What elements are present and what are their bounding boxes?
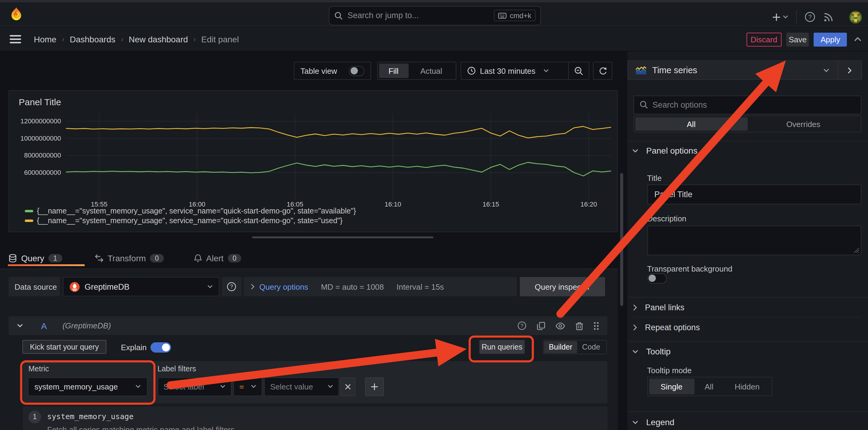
discard-button[interactable]: Discard xyxy=(746,32,781,46)
duplicate-query-icon[interactable] xyxy=(537,321,545,330)
legend-swatch-available xyxy=(25,210,33,212)
top-nav-bar: Search or jump to... cmd+k ? xyxy=(0,2,868,27)
chevron-down-icon xyxy=(544,69,549,73)
svg-text:?: ? xyxy=(230,284,233,290)
repeat-options-section[interactable]: Repeat options xyxy=(633,322,700,332)
fill-option[interactable]: Fill xyxy=(379,63,408,78)
edit-actions: Discard Save Apply xyxy=(746,32,862,46)
scrollbar-thumb[interactable] xyxy=(620,173,623,306)
kick-start-button[interactable]: Kick start your query xyxy=(22,340,106,354)
viz-picker[interactable]: Time series xyxy=(627,60,862,80)
news-rss-button[interactable] xyxy=(823,12,834,22)
add-button[interactable] xyxy=(772,12,788,22)
chevron-down-icon xyxy=(207,285,213,288)
code-option[interactable]: Code xyxy=(577,341,605,353)
nav-right-cluster: ? xyxy=(772,5,862,29)
plus-icon xyxy=(370,383,378,391)
legend-item-available[interactable]: {__name__="system_memory_usage", service… xyxy=(25,207,356,215)
query-editor-pane: Data source GreptimeDB ? Query options M… xyxy=(0,269,617,430)
search-icon xyxy=(639,101,648,109)
datasource-picker[interactable]: GreptimeDB xyxy=(63,277,219,296)
tooltip-section-header[interactable]: Tooltip xyxy=(632,347,671,356)
help-button[interactable]: ? xyxy=(805,11,815,22)
filter-tab-overrides[interactable]: Overrides xyxy=(747,117,859,131)
builder-code-switcher: Builder Code xyxy=(542,340,607,354)
time-range-picker[interactable]: Last 30 minutes xyxy=(461,62,568,79)
chevron-right-icon xyxy=(633,304,637,311)
pane-splitter-handle[interactable] xyxy=(252,236,433,238)
query-options-bar[interactable]: Query options MD = auto = 1008 Interval … xyxy=(244,277,517,296)
explain-step-badge: 1 xyxy=(28,410,41,423)
save-button[interactable]: Save xyxy=(786,32,809,46)
zoom-out-button[interactable] xyxy=(569,62,589,79)
svg-text:16:20: 16:20 xyxy=(580,200,597,208)
panel-options-header[interactable]: Panel options xyxy=(632,146,698,155)
query-options-link[interactable]: Query options xyxy=(259,282,308,291)
run-queries-button[interactable]: Run queries xyxy=(479,340,525,354)
explain-toggle[interactable] xyxy=(151,342,171,352)
query-options-md: MD = auto = 1008 xyxy=(321,282,384,291)
transform-icon xyxy=(95,254,103,262)
legend-section-header[interactable]: Legend xyxy=(632,417,674,427)
options-divider xyxy=(627,141,868,142)
breadcrumb-dashboards[interactable]: Dashboards xyxy=(70,34,116,44)
title-input[interactable]: Panel Title xyxy=(647,184,861,204)
operator-dropdown[interactable]: = xyxy=(233,377,262,396)
alert-tab[interactable]: Alert 0 xyxy=(194,249,241,267)
svg-text:?: ? xyxy=(521,323,523,329)
metric-value: system_memory_usage xyxy=(34,382,135,391)
transform-tab[interactable]: Transform 0 xyxy=(95,249,163,267)
metric-select[interactable]: system_memory_usage xyxy=(28,377,148,396)
svg-text:?: ? xyxy=(808,13,811,20)
query-inspector-button[interactable]: Query inspector xyxy=(520,277,605,296)
transparent-bg-toggle[interactable] xyxy=(647,274,666,283)
datasource-help-button[interactable]: ? xyxy=(222,277,242,296)
svg-text:16:15: 16:15 xyxy=(483,200,499,208)
select-label-dropdown[interactable]: Select label xyxy=(157,377,231,396)
toggle-knob xyxy=(350,67,358,75)
breadcrumb-new-dashboard[interactable]: New dashboard xyxy=(129,34,188,44)
query-row-actions: ? xyxy=(518,321,599,330)
breadcrumb-current: Edit panel xyxy=(201,34,239,44)
menu-toggle[interactable] xyxy=(10,35,21,44)
filter-tab-all[interactable]: All xyxy=(635,117,747,131)
breadcrumb-home[interactable]: Home xyxy=(34,34,57,44)
global-search-input[interactable]: Search or jump to... cmd+k xyxy=(329,6,541,25)
options-divider xyxy=(627,341,868,341)
tooltip-mode-single[interactable]: Single xyxy=(649,379,694,394)
tooltip-mode-label: Tooltip mode xyxy=(647,366,691,375)
tooltip-mode-all[interactable]: All xyxy=(694,379,724,394)
tooltip-mode-hidden[interactable]: Hidden xyxy=(724,379,770,394)
collapse-options-button[interactable] xyxy=(838,67,861,74)
panel-links-label: Panel links xyxy=(645,303,685,312)
hide-query-icon[interactable] xyxy=(556,322,565,329)
fill-actual-switcher: Fill Actual xyxy=(377,62,456,80)
builder-option[interactable]: Builder xyxy=(544,341,577,353)
options-sidebar: Time series Search options All Overrides… xyxy=(627,51,868,430)
grafana-logo[interactable] xyxy=(8,6,24,22)
user-avatar[interactable] xyxy=(849,10,862,23)
remove-filter-button[interactable] xyxy=(340,377,355,396)
hamburger-icon xyxy=(10,35,21,44)
options-filter-tabs: All Overrides xyxy=(633,116,861,133)
query-row-header[interactable]: A (GreptimeDB) ? xyxy=(8,316,608,335)
refresh-button[interactable] xyxy=(593,62,612,80)
delete-query-icon[interactable] xyxy=(576,321,583,330)
panel-links-section[interactable]: Panel links xyxy=(633,303,685,312)
query-help-icon[interactable]: ? xyxy=(518,321,526,330)
drag-handle-icon[interactable] xyxy=(594,321,599,330)
legend-item-used[interactable]: {__name__="system_memory_usage", service… xyxy=(25,217,342,225)
chevron-down-icon xyxy=(135,385,141,389)
add-filter-button[interactable] xyxy=(365,377,383,396)
apply-button[interactable]: Apply xyxy=(814,32,847,46)
actual-option[interactable]: Actual xyxy=(408,63,454,78)
close-icon xyxy=(345,383,351,390)
select-value-dropdown[interactable]: Select value xyxy=(264,377,339,396)
options-search-input[interactable]: Search options xyxy=(633,95,861,114)
table-view-toggle[interactable] xyxy=(349,66,365,76)
options-divider xyxy=(633,317,861,317)
datasource-value: GreptimeDB xyxy=(85,282,207,291)
description-textarea[interactable] xyxy=(647,225,861,255)
legend-label-available: {__name__="system_memory_usage", service… xyxy=(37,207,356,215)
collapse-header-button[interactable] xyxy=(854,37,861,42)
